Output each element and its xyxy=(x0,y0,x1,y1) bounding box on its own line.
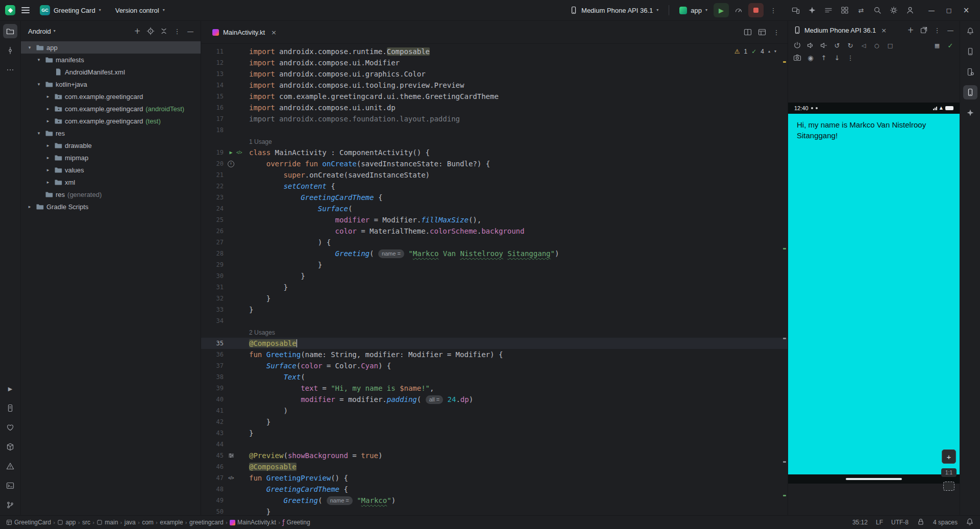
code-text[interactable]: import androidx.compose.runtime.Composab… xyxy=(249,46,788,57)
code-text[interactable]: Greeting( name = "Markco Van Nistelrooy … xyxy=(249,248,788,259)
code-editor[interactable]: 11import androidx.compose.runtime.Compos… xyxy=(201,44,788,515)
code-line[interactable]: 32 } xyxy=(201,293,788,304)
minimize-button[interactable]: — xyxy=(923,3,940,17)
code-text[interactable]: @Composable xyxy=(249,461,788,472)
tree-item-xml[interactable]: ▸xml xyxy=(21,176,201,188)
more-horizontal-tool-button[interactable] xyxy=(3,63,17,77)
chevron-down-icon[interactable]: ▾ xyxy=(35,131,42,136)
add-button[interactable]: + xyxy=(131,25,143,37)
tree-item-manifests[interactable]: ▾manifests xyxy=(21,54,201,66)
maximize-button[interactable]: □ xyxy=(940,3,958,17)
download-button[interactable]: ↓ xyxy=(831,52,843,63)
code-line[interactable]: 21 super.onCreate(savedInstanceState) xyxy=(201,169,788,181)
device-mirroring-button[interactable] xyxy=(788,3,803,17)
code-line[interactable]: 39 text = "Hi, my name is $name!", xyxy=(201,383,788,394)
code-text[interactable]: setContent { xyxy=(249,181,788,192)
hide-button[interactable]: — xyxy=(944,24,957,36)
zoom-to-fit-button[interactable] xyxy=(943,482,954,491)
build-tool-button[interactable] xyxy=(3,440,17,454)
code-text[interactable]: import com.example.greetingcard.ui.theme… xyxy=(249,91,788,102)
snapshot-button[interactable]: ▦ xyxy=(931,40,943,51)
project-widget[interactable]: GC Greeting Card ▾ xyxy=(36,3,105,17)
breadcrumb-app[interactable]: app xyxy=(57,519,76,526)
problems-tool-button[interactable] xyxy=(3,459,17,473)
code-line[interactable]: 13import androidx.compose.ui.graphics.Co… xyxy=(201,68,788,80)
code-text[interactable]: } xyxy=(249,506,788,515)
code-text[interactable]: fun GreetingPreview() { xyxy=(249,472,788,484)
gutter-icons[interactable]: ↑ xyxy=(227,158,249,169)
code-text[interactable]: } xyxy=(249,293,788,304)
tab-mainactivity[interactable]: MainActivity.kt × xyxy=(206,21,283,43)
code-text[interactable]: ) { xyxy=(249,237,788,248)
code-line[interactable]: 36fun Greeting(name: String, modifier: M… xyxy=(201,349,788,360)
code-line[interactable]: 16import androidx.compose.ui.unit.dp xyxy=(201,102,788,113)
project-tool-button[interactable] xyxy=(3,24,17,38)
code-line[interactable]: 27 ) { xyxy=(201,237,788,248)
code-line[interactable]: 49 Greeting( name = "Markco") xyxy=(201,495,788,506)
notifications-icon[interactable] xyxy=(966,518,974,527)
chevron-right-icon[interactable]: ▸ xyxy=(44,107,52,111)
code-line[interactable]: 31 } xyxy=(201,282,788,293)
compose-preview-icon[interactable]: </> xyxy=(236,149,242,156)
code-line[interactable]: 48 GreetingCardTheme { xyxy=(201,484,788,495)
caret-position[interactable]: 35:12 xyxy=(852,519,868,526)
read-only-toggle[interactable] xyxy=(917,518,925,527)
home-button[interactable]: ○ xyxy=(871,40,883,51)
code-text[interactable]: class MainActivity : ComponentActivity()… xyxy=(249,147,788,158)
code-line[interactable]: 12import androidx.compose.ui.Modifier xyxy=(201,57,788,68)
code-text[interactable]: GreetingCardTheme { xyxy=(249,192,788,203)
inspection-widget[interactable]: ⚠ 1 ✓ 4 ▴ ▾ xyxy=(734,48,776,55)
add-button[interactable]: + xyxy=(904,24,917,36)
scrollbar-warning-mark[interactable] xyxy=(783,61,786,63)
hide-button[interactable]: — xyxy=(184,25,197,37)
code-line[interactable]: 14import androidx.compose.ui.tooling.pre… xyxy=(201,80,788,91)
split-button[interactable] xyxy=(742,26,754,38)
volume-up-button[interactable] xyxy=(804,40,817,51)
code-line[interactable]: 23 GreetingCardTheme { xyxy=(201,192,788,203)
breadcrumb-src[interactable]: src xyxy=(82,519,90,526)
code-line[interactable]: 18 xyxy=(201,124,788,136)
run-button[interactable]: ▶ xyxy=(714,3,729,17)
code-line[interactable]: 45@Preview(showBackground = true) xyxy=(201,450,788,461)
tree-item-com-example-greetingcard[interactable]: ▸com.example.greetingcard (test) xyxy=(21,115,201,127)
usage-inlay[interactable]: 1 Usage xyxy=(249,136,788,147)
running-devices-tool-button[interactable] xyxy=(963,85,977,99)
device-explorer-tool-button[interactable] xyxy=(963,44,977,59)
new-window-button[interactable] xyxy=(918,24,930,36)
code-text[interactable]: Text( xyxy=(249,371,788,383)
code-line[interactable]: 44 xyxy=(201,439,788,450)
code-line[interactable]: 50 } xyxy=(201,506,788,515)
code-text[interactable]: modifier = Modifier.fillMaxSize(), xyxy=(249,214,788,225)
device-selector[interactable]: Medium Phone API 36.1 ▾ xyxy=(566,4,663,16)
overview-button[interactable]: □ xyxy=(884,40,896,51)
code-text[interactable]: } xyxy=(249,259,788,270)
code-text[interactable]: @Preview(showBackground = true) xyxy=(249,450,788,461)
code-text[interactable]: import androidx.compose.ui.tooling.previ… xyxy=(249,80,788,91)
run-line-icon[interactable]: ▶ xyxy=(228,149,234,156)
override-method-icon[interactable]: ↑ xyxy=(228,161,234,167)
code-line[interactable]: 29 } xyxy=(201,259,788,270)
main-menu-button[interactable] xyxy=(21,7,30,13)
breadcrumb-java[interactable]: java xyxy=(125,519,136,526)
code-line[interactable]: 24 Surface( xyxy=(201,203,788,214)
scrollbar-typo-mark[interactable] xyxy=(783,248,786,249)
profile-button[interactable] xyxy=(902,3,918,17)
more-button[interactable]: ⋮ xyxy=(770,26,782,38)
chevron-right-icon[interactable]: ▸ xyxy=(44,94,52,99)
chevron-down-icon[interactable]: ▾ xyxy=(35,58,42,62)
tree-item-gradle-scripts[interactable]: ▸Gradle Scripts xyxy=(21,200,201,213)
tree-item-res[interactable]: res (generated) xyxy=(21,188,201,200)
more-button[interactable]: ⋮ xyxy=(931,24,943,36)
more-button[interactable]: ⋮ xyxy=(844,52,856,63)
search-button[interactable] xyxy=(870,3,885,17)
tree-item-mipmap[interactable]: ▸mipmap xyxy=(21,152,201,164)
previous-problem-icon[interactable]: ▴ xyxy=(768,49,770,54)
collapse-all-button[interactable] xyxy=(158,25,170,37)
code-line[interactable]: 28 Greeting( name = "Markco Van Nistelro… xyxy=(201,248,788,259)
code-text[interactable]: super.onCreate(savedInstanceState) xyxy=(249,169,788,181)
chevron-down-icon[interactable]: ▾ xyxy=(26,45,33,50)
power-button[interactable] xyxy=(791,40,803,51)
plugins-button[interactable] xyxy=(837,3,852,17)
close-device-tab-icon[interactable]: × xyxy=(881,27,887,34)
line-separator[interactable]: LF xyxy=(876,519,883,526)
